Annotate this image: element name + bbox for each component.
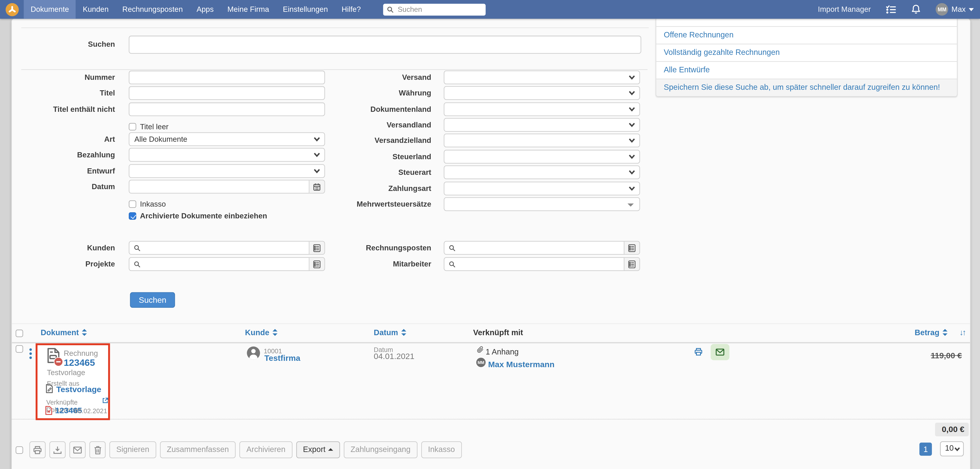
search-submit-button[interactable]: Suchen [130, 292, 175, 308]
label-versandzielland: Versandzielland [331, 133, 431, 147]
bulk-select-checkbox[interactable] [16, 446, 23, 453]
table-header: Dokument Kunde Datum Verknüpft mit Betra… [12, 323, 970, 343]
external-link-icon[interactable] [102, 398, 108, 403]
document-number-link[interactable]: 123465 [64, 357, 95, 368]
column-header-kunde[interactable]: Kunde [245, 328, 277, 337]
label-titel-leer: Titel leer [140, 121, 169, 132]
row-checkbox[interactable] [16, 345, 23, 353]
bulk-action-toolbar: Signieren Zusammenfassen Archivieren Exp… [16, 441, 466, 458]
created-from-link[interactable]: Testvorlage [56, 385, 101, 394]
datum-input[interactable] [134, 182, 309, 192]
user-menu[interactable]: MM Max [936, 3, 974, 16]
zusammenfassen-button[interactable]: Zusammenfassen [160, 441, 236, 458]
projekte-field [129, 257, 325, 271]
datepicker-button[interactable] [309, 181, 325, 193]
tab-dokumente[interactable]: Dokumente [24, 0, 76, 19]
page-left-gutter [0, 19, 11, 469]
fulltext-search-field [129, 36, 641, 54]
rechnungsposten-input[interactable] [459, 243, 624, 253]
customer-link[interactable]: Testfirma [264, 353, 300, 363]
tab-kunden[interactable]: Kunden [76, 0, 115, 19]
titel-leer-checkbox[interactable] [129, 123, 136, 130]
datum-field [129, 180, 325, 194]
projekte-input[interactable] [144, 259, 309, 269]
task-list-icon[interactable] [886, 5, 896, 14]
pagination-page-1[interactable]: 1 [920, 443, 932, 456]
tab-apps[interactable]: Apps [189, 0, 221, 19]
user-name: Max [951, 5, 966, 14]
caret-up-icon [328, 448, 333, 451]
mitarbeiter-list-button[interactable] [624, 258, 640, 270]
fulltext-search-input[interactable] [129, 36, 641, 53]
email-button[interactable] [70, 441, 86, 458]
rechnungsposten-list-button[interactable] [624, 241, 640, 254]
kunden-list-button[interactable] [309, 241, 325, 254]
tab-einstellungen[interactable]: Einstellungen [276, 0, 335, 19]
row-kebab-menu[interactable] [29, 349, 32, 351]
titel-input[interactable] [129, 87, 325, 99]
email-row-button[interactable] [711, 344, 730, 360]
steuerland-select[interactable] [444, 150, 640, 164]
mitarbeiter-input[interactable] [459, 259, 624, 269]
label-waehrung: Währung [331, 86, 431, 100]
art-select[interactable]: Alle Dokumente [129, 132, 325, 146]
tab-hilfe[interactable]: Hilfe? [335, 0, 368, 19]
zahlungseingang-button[interactable]: Zahlungseingang [344, 441, 418, 458]
brand-logo[interactable] [6, 3, 19, 16]
nummer-input[interactable] [129, 71, 325, 84]
sort-carets-icon [401, 329, 406, 336]
label-suchen: Suchen [15, 37, 115, 51]
linked-user-link[interactable]: Max Mustermann [488, 360, 555, 369]
saved-search-item-clipped[interactable] [656, 19, 957, 27]
signieren-button[interactable]: Signieren [110, 441, 156, 458]
chevron-down-icon [629, 107, 635, 112]
saved-search-alle-entwuerfe[interactable]: Alle Entwürfe [656, 62, 957, 79]
versand-select[interactable] [444, 71, 640, 84]
archivieren-button[interactable]: Archivieren [240, 441, 293, 458]
download-icon [53, 445, 62, 454]
versandland-select[interactable] [444, 118, 640, 132]
delete-button[interactable] [89, 441, 106, 458]
archivierte-checkbox[interactable] [129, 212, 136, 220]
import-manager-link[interactable]: Import Manager [818, 5, 871, 14]
tab-meine-firma[interactable]: Meine Firma [221, 0, 276, 19]
zahlungsart-select[interactable] [444, 182, 640, 195]
column-header-betrag[interactable]: Betrag [915, 328, 948, 337]
list-icon [628, 260, 636, 268]
column-header-datum[interactable]: Datum [374, 328, 406, 337]
projekte-list-button[interactable] [309, 258, 325, 270]
steuerart-select[interactable] [444, 165, 640, 179]
saved-search-offene-rechnungen[interactable]: Offene Rechnungen [656, 27, 957, 44]
saved-search-vollstaendig-gezahlte[interactable]: Vollständig gezahlte Rechnungen [656, 44, 957, 62]
label-entwurf: Entwurf [15, 164, 115, 178]
document-date: 04.01.2021 [374, 352, 414, 361]
sort-direction-icon[interactable]: ↓↑ [959, 328, 965, 337]
download-button[interactable] [49, 441, 65, 458]
print-row-icon[interactable] [694, 348, 703, 356]
search-icon [134, 261, 140, 268]
inkasso-button[interactable]: Inkasso [421, 441, 462, 458]
label-titel-enthaelt-nicht: Titel enthält nicht [15, 102, 115, 116]
page-size-select[interactable]: 10 [940, 441, 964, 456]
inkasso-checkbox[interactable] [129, 200, 136, 208]
export-dropdown-button[interactable]: Export [296, 441, 340, 458]
bell-icon[interactable] [912, 4, 921, 14]
versandzielland-select[interactable] [444, 133, 640, 147]
dokumentenland-select[interactable] [444, 102, 640, 116]
bezahlung-select[interactable] [129, 148, 325, 162]
titel-enthaelt-nicht-input[interactable] [129, 103, 325, 116]
print-button[interactable] [29, 441, 46, 458]
select-all-checkbox[interactable] [16, 330, 23, 337]
entwurf-select[interactable] [129, 164, 325, 178]
label-dokumentenland: Dokumentenland [331, 102, 431, 116]
kunden-input[interactable] [144, 243, 309, 253]
chevron-down-icon [629, 170, 635, 175]
save-search-hint-link[interactable]: Speichern Sie diese Suche ab, um später … [656, 79, 957, 96]
label-zahlungsart: Zahlungsart [331, 182, 431, 195]
mehrwertsteuersaetze-multiselect[interactable] [444, 197, 640, 211]
tab-rechnungsposten[interactable]: Rechnungsposten [116, 0, 190, 19]
waehrung-select[interactable] [444, 86, 640, 100]
column-header-dokument[interactable]: Dokument [41, 328, 87, 337]
global-search-input[interactable] [396, 5, 474, 14]
column-header-label: Kunde [245, 328, 269, 337]
